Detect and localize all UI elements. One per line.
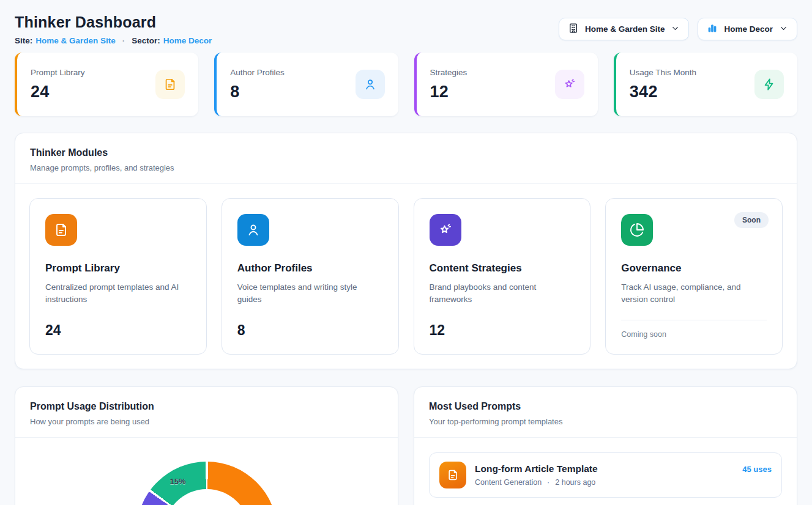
module-count: 12 — [430, 322, 575, 339]
usage-panel-title: Prompt Usage Distribution — [30, 401, 383, 412]
prompts-panel-title: Most Used Prompts — [429, 401, 782, 412]
document-icon — [45, 214, 77, 246]
bottom-row: Prompt Usage Distribution How your promp… — [15, 386, 797, 505]
site-label: Site: — [15, 36, 32, 45]
most-used-prompts-panel: Most Used Prompts Your top-performing pr… — [414, 386, 797, 505]
page-title: Thinker Dashboard — [15, 13, 212, 31]
site-link[interactable]: Home & Garden Site — [35, 36, 116, 45]
pie-chart-icon — [621, 214, 653, 246]
module-description: Centralized prompt templates and AI inst… — [45, 281, 191, 306]
stat-label: Prompt Library — [31, 68, 85, 77]
sparkle-star-icon — [555, 70, 584, 99]
chevron-down-icon — [779, 24, 788, 35]
prompts-panel-subtitle: Your top-performing prompt templates — [429, 417, 782, 426]
module-description: Voice templates and writing style guides — [237, 281, 383, 306]
document-icon — [155, 70, 185, 99]
dashboard-page: Thinker Dashboard Site: Home & Garden Si… — [0, 0, 812, 505]
module-count: 24 — [45, 322, 191, 339]
stat-value: 12 — [430, 83, 467, 101]
modules-panel-subtitle: Manage prompts, profiles, and strategies — [30, 163, 782, 172]
donut-chart[interactable]: 15% — [136, 462, 277, 505]
modules-panel-header: Thinker Modules Manage prompts, profiles… — [15, 133, 797, 184]
stat-card-usage: Usage This Month 342 — [614, 53, 797, 116]
stat-text: Prompt Library 24 — [31, 68, 85, 101]
prompt-uses-badge: 45 uses — [742, 465, 772, 474]
prompt-item-meta: Content Generation · 2 hours ago — [475, 478, 598, 487]
sector-selector-button[interactable]: Home Decor — [698, 18, 797, 40]
prompts-panel-header: Most Used Prompts Your top-performing pr… — [414, 387, 797, 438]
module-title: Author Profiles — [237, 262, 383, 275]
thinker-modules-panel: Thinker Modules Manage prompts, profiles… — [15, 133, 797, 369]
site-selector-label: Home & Garden Site — [585, 24, 665, 34]
sector-selector-label: Home Decor — [724, 24, 773, 34]
sector-link[interactable]: Home Decor — [163, 36, 212, 45]
usage-panel-header: Prompt Usage Distribution How your promp… — [15, 387, 398, 438]
module-card-author-profiles[interactable]: Author Profiles Voice templates and writ… — [222, 198, 399, 355]
module-count: 8 — [237, 322, 383, 339]
stat-card-author-profiles: Author Profiles 8 — [214, 53, 398, 116]
user-icon — [237, 214, 269, 246]
coming-soon-note: Coming soon — [621, 320, 767, 339]
top-bar: Thinker Dashboard Site: Home & Garden Si… — [15, 13, 797, 45]
stats-row: Prompt Library 24 Author Profiles 8 Stra… — [15, 53, 797, 116]
separator-dot: · — [547, 478, 549, 487]
lightning-icon — [754, 70, 784, 99]
sector-label: Sector: — [132, 36, 160, 45]
header-buttons: Home & Garden Site Home Decor — [559, 18, 797, 40]
prompt-category: Content Generation — [475, 478, 542, 487]
module-description: Track AI usage, compliance, and version … — [621, 281, 767, 306]
prompt-timestamp: 2 hours ago — [555, 478, 595, 487]
usage-panel-subtitle: How your prompts are being used — [30, 417, 383, 426]
stat-label: Strategies — [430, 68, 467, 77]
modules-grid: Prompt Library Centralized prompt templa… — [15, 184, 797, 369]
header-left: Thinker Dashboard Site: Home & Garden Si… — [15, 13, 212, 45]
module-card-prompt-library[interactable]: Prompt Library Centralized prompt templa… — [29, 198, 207, 355]
stat-value: 8 — [230, 83, 285, 101]
module-title: Governance — [621, 262, 767, 275]
module-card-content-strategies[interactable]: Content Strategies Brand playbooks and c… — [414, 198, 591, 355]
building-icon — [568, 23, 579, 35]
stat-text: Usage This Month 342 — [630, 68, 696, 101]
stat-card-strategies: Strategies 12 — [414, 53, 598, 116]
stat-text: Author Profiles 8 — [230, 68, 285, 101]
prompt-usage-panel: Prompt Usage Distribution How your promp… — [15, 386, 398, 505]
stat-value: 342 — [630, 83, 696, 101]
module-title: Prompt Library — [45, 262, 191, 275]
user-icon — [356, 70, 385, 99]
sparkle-star-icon — [430, 214, 461, 246]
donut-chart-area: 15% — [15, 438, 398, 505]
stat-label: Usage This Month — [630, 68, 696, 77]
prompt-item-title: Long-form Article Template — [475, 463, 598, 474]
stat-value: 24 — [31, 83, 85, 101]
soon-badge: Soon — [734, 212, 769, 228]
module-title: Content Strategies — [430, 262, 575, 275]
donut-slice-label: 15% — [170, 477, 186, 486]
separator-dot: · — [122, 36, 125, 45]
module-description: Brand playbooks and content frameworks — [430, 281, 575, 306]
breadcrumb: Site: Home & Garden Site · Sector: Home … — [15, 36, 212, 45]
document-icon — [439, 462, 466, 488]
bar-chart-icon — [707, 23, 718, 35]
stat-text: Strategies 12 — [430, 68, 467, 101]
stat-label: Author Profiles — [230, 68, 285, 77]
chevron-down-icon — [671, 24, 680, 35]
module-card-governance[interactable]: Soon Governance Track AI usage, complian… — [605, 198, 783, 355]
modules-panel-title: Thinker Modules — [30, 147, 782, 158]
prompt-item-text: Long-form Article Template Content Gener… — [475, 463, 598, 487]
stat-card-prompt-library: Prompt Library 24 — [15, 53, 198, 116]
site-selector-button[interactable]: Home & Garden Site — [559, 18, 690, 40]
prompt-list-item[interactable]: Long-form Article Template Content Gener… — [429, 452, 782, 498]
